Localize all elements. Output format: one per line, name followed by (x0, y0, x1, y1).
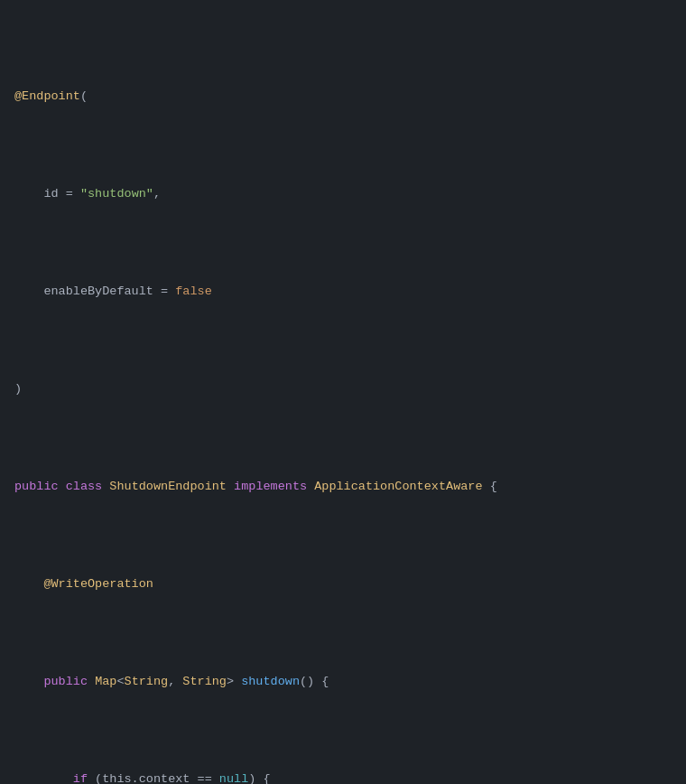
annotation-endpoint: @Endpoint (14, 89, 80, 103)
code-line-5: public class ShutdownEndpoint implements… (0, 477, 686, 497)
code-line-8: if (this.context == null) { (0, 770, 686, 784)
code-line-2: id = "shutdown", (0, 184, 686, 204)
code-line-6: @WriteOperation (0, 574, 686, 594)
code-line-4: ) (0, 379, 686, 399)
code-line-7: public Map<String, String> shutdown() { (0, 672, 686, 692)
code-editor: @Endpoint( id = "shutdown", enableByDefa… (0, 0, 686, 784)
code-line-1: @Endpoint( (0, 87, 686, 107)
code-line-3: enableByDefault = false (0, 282, 686, 302)
